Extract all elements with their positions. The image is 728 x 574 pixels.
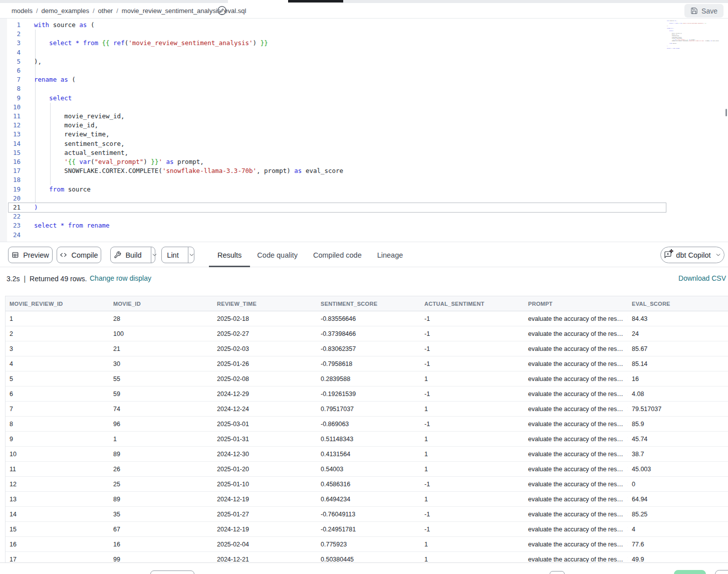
breadcrumb-item[interactable]: models <box>12 7 33 15</box>
prompt-preview-text: evaluate the accuracy of the res… <box>528 391 623 398</box>
results-tabs: ResultsCode qualityCompiled codeLineage <box>217 243 403 267</box>
cell-actual-sentiment: -1 <box>420 326 524 341</box>
code-text: select <box>34 94 72 103</box>
cell-actual-sentiment: 1 <box>420 492 524 506</box>
code-text: rename as ( <box>34 75 76 84</box>
line-number: 24 <box>0 231 21 240</box>
cell-movie-review-id: 4 <box>6 356 109 371</box>
wrench-icon <box>114 251 121 259</box>
prompt-preview-text: evaluate the accuracy of the res… <box>528 451 623 458</box>
status-separator: | <box>24 275 26 283</box>
prompt-cell[interactable]: evaluate the accuracy of the res… <box>524 552 628 562</box>
line-number: 11 <box>0 112 21 121</box>
code-text: '{{ var("eval_prompt") }}' as prompt, <box>34 157 204 166</box>
code-text: ), <box>34 57 42 66</box>
editor-scrollbar-thumb[interactable] <box>725 109 727 116</box>
lint-button[interactable]: Lint <box>161 247 183 263</box>
bottom-partial-button[interactable] <box>715 570 728 574</box>
prompt-cell[interactable]: evaluate the accuracy of the res… <box>524 387 628 401</box>
bottom-partial-green-button[interactable] <box>674 570 706 574</box>
code-line: 4 <box>0 48 728 57</box>
line-number: 6 <box>0 66 21 75</box>
prompt-preview-text: evaluate the accuracy of the res… <box>528 360 623 367</box>
table-row: 7742024-12-240.795170371evaluate the acc… <box>6 402 728 417</box>
prompt-cell[interactable]: evaluate the accuracy of the res… <box>524 311 628 326</box>
cell-movie-id: 99 <box>109 552 213 562</box>
line-number: 13 <box>0 130 21 139</box>
breadcrumb-item[interactable]: demo_examples <box>42 7 89 15</box>
cell-movie-review-id: 13 <box>6 492 109 506</box>
breadcrumb: models/demo_examples/other/movie_review_… <box>12 3 246 18</box>
code-text: SNOWFLAKE.CORTEX.COMPLETE('snowflake-lla… <box>34 166 343 175</box>
cell-actual-sentiment: -1 <box>420 477 524 491</box>
cell-actual-sentiment: 1 <box>420 402 524 416</box>
tab-lineage[interactable]: Lineage <box>377 243 403 267</box>
action-toolbar: Preview Compile Build Lint ResultsCode q… <box>0 243 728 267</box>
cell-sentiment-score: 0.2839588 <box>317 371 420 386</box>
column-header: EVAL_SCORE <box>628 296 728 311</box>
prompt-preview-text: evaluate the accuracy of the res… <box>528 466 623 473</box>
tab-results[interactable]: Results <box>217 243 241 267</box>
compile-button[interactable]: Compile <box>57 247 101 263</box>
cell-movie-review-id: 6 <box>6 387 109 401</box>
minimap[interactable]: with source as ( select * from {{ ref('m… <box>667 20 725 49</box>
cell-review-time: 2024-12-29 <box>213 387 317 401</box>
cell-actual-sentiment: -1 <box>420 522 524 536</box>
cell-eval-score: 77.6 <box>628 537 728 551</box>
line-number: 23 <box>0 221 21 230</box>
dbt-copilot-button[interactable]: dbt Copilot <box>660 247 724 263</box>
prompt-cell[interactable]: evaluate the accuracy of the res… <box>524 462 628 476</box>
prompt-cell[interactable]: evaluate the accuracy of the res… <box>524 417 628 431</box>
table-row: 15672024-12-19-0.24951781-1evaluate the … <box>6 522 728 537</box>
tab-compiled-code[interactable]: Compiled code <box>313 243 362 267</box>
prompt-cell[interactable]: evaluate the accuracy of the res… <box>524 402 628 416</box>
code-line: 15 actual_sentiment, <box>0 148 728 157</box>
code-line: 19 from source <box>0 185 728 194</box>
row-count-text: Returned 49 rows. <box>30 275 87 283</box>
code-line: 9 select <box>0 94 728 103</box>
cell-eval-score: 38.7 <box>628 447 728 461</box>
chevron-down-icon <box>151 252 158 258</box>
breadcrumb-item[interactable]: other <box>98 7 113 15</box>
save-button[interactable]: Save <box>684 4 723 18</box>
code-line: 10 <box>0 103 728 112</box>
prompt-cell[interactable]: evaluate the accuracy of the res… <box>524 371 628 386</box>
cell-review-time: 2025-01-10 <box>213 477 317 491</box>
prompt-cell[interactable]: evaluate the accuracy of the res… <box>524 341 628 356</box>
bottom-partial-button[interactable] <box>550 571 565 574</box>
cell-review-time: 2025-02-03 <box>213 341 317 356</box>
cell-movie-review-id: 2 <box>6 326 109 341</box>
cell-sentiment-score: 0.6494234 <box>317 492 420 506</box>
preview-button[interactable]: Preview <box>8 247 53 263</box>
cell-review-time: 2025-02-27 <box>213 326 317 341</box>
prompt-cell[interactable]: evaluate the accuracy of the res… <box>524 432 628 446</box>
code-line: 2 <box>0 30 728 39</box>
cell-actual-sentiment: 1 <box>420 537 524 551</box>
prompt-cell[interactable]: evaluate the accuracy of the res… <box>524 356 628 371</box>
breadcrumb-item[interactable]: movie_review_sentiment_analysis_eval.sql <box>122 7 247 15</box>
cell-movie-review-id: 17 <box>6 552 109 562</box>
prompt-cell[interactable]: evaluate the accuracy of the res… <box>524 477 628 491</box>
code-editing-surface[interactable]: 1with source as (23 select * from {{ ref… <box>0 19 728 242</box>
table-row: 17992024-12-210.503804451evaluate the ac… <box>6 552 728 562</box>
prompt-cell[interactable]: evaluate the accuracy of the res… <box>524 507 628 521</box>
cell-movie-id: 35 <box>109 507 213 521</box>
edit-indicator-icon[interactable] <box>217 6 227 16</box>
prompt-cell[interactable]: evaluate the accuracy of the res… <box>524 522 628 536</box>
change-row-display-link[interactable]: Change row display <box>90 274 151 282</box>
tab-code-quality[interactable]: Code quality <box>257 243 298 267</box>
cell-sentiment-score: 0.51148343 <box>317 432 420 446</box>
prompt-cell[interactable]: evaluate the accuracy of the res… <box>524 326 628 341</box>
floppy-disk-icon <box>690 7 698 15</box>
lint-options-caret[interactable] <box>188 247 195 263</box>
breadcrumb-separator: / <box>116 7 118 15</box>
prompt-cell[interactable]: evaluate the accuracy of the res… <box>524 447 628 461</box>
bottom-partial-button[interactable] <box>150 570 194 574</box>
prompt-cell[interactable]: evaluate the accuracy of the res… <box>524 492 628 506</box>
breadcrumb-separator: / <box>93 7 95 15</box>
prompt-cell[interactable]: evaluate the accuracy of the res… <box>524 537 628 551</box>
cell-actual-sentiment: -1 <box>420 311 524 326</box>
build-button[interactable]: Build <box>108 247 146 263</box>
download-csv-link[interactable]: Download CSV <box>678 274 726 282</box>
build-options-caret[interactable] <box>151 247 158 263</box>
